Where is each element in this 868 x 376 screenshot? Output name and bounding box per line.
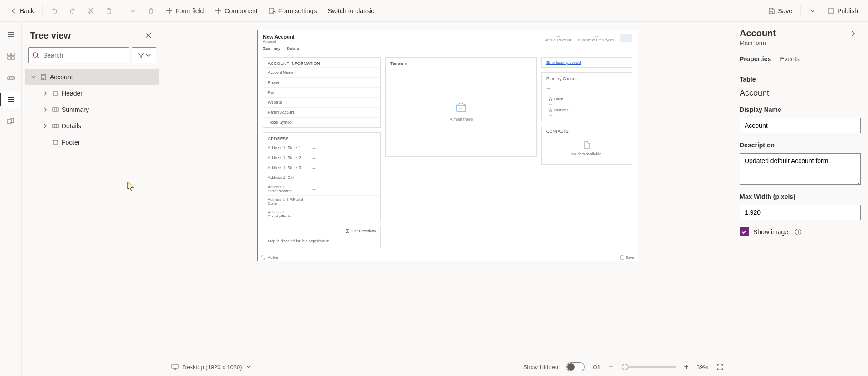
document-icon bbox=[583, 141, 590, 149]
close-tree-button[interactable] bbox=[142, 29, 155, 42]
address-card[interactable]: ADDRESS Address 1: Street 1--- Address 1… bbox=[263, 132, 381, 221]
canvas-tab-details[interactable]: Details bbox=[287, 46, 300, 53]
account-info-card[interactable]: ACCOUNT INFORMATION Account Name*--- Pho… bbox=[263, 57, 381, 128]
zoom-slider[interactable] bbox=[622, 366, 676, 368]
left-rail: Abc bbox=[0, 22, 22, 376]
more-icon[interactable]: ⋮ bbox=[624, 129, 628, 134]
tree-search[interactable] bbox=[28, 47, 129, 63]
form-canvas[interactable]: New Account Account ---Annual Revenue --… bbox=[257, 30, 638, 261]
properties-panel: Account Main form Properties Events Tabl… bbox=[732, 22, 868, 376]
field-row[interactable]: --- bbox=[542, 83, 632, 93]
contacts-nodata: No data available. bbox=[542, 135, 632, 164]
publish-label: Publish bbox=[837, 7, 858, 14]
svg-rect-25 bbox=[172, 364, 178, 368]
tree-node-summary[interactable]: Summary bbox=[25, 101, 159, 118]
zoom-in-button[interactable]: + bbox=[684, 363, 688, 371]
rail-libraries[interactable] bbox=[2, 112, 20, 130]
canvas-footer: Active Save bbox=[258, 254, 638, 261]
cut-icon bbox=[87, 7, 94, 14]
rail-components[interactable] bbox=[2, 47, 20, 65]
expand-icon[interactable] bbox=[261, 255, 265, 260]
publish-icon bbox=[827, 7, 834, 14]
field-row[interactable]: Ticker Symbol--- bbox=[263, 117, 380, 127]
rail-tree-view[interactable] bbox=[2, 91, 20, 109]
plus-icon bbox=[215, 7, 222, 14]
canvas-tab-summary[interactable]: Summary bbox=[263, 46, 281, 53]
paste-dropdown[interactable] bbox=[125, 4, 141, 18]
card-title: CONTACTS bbox=[546, 129, 569, 134]
switch-classic-button[interactable]: Switch to classic bbox=[323, 4, 379, 18]
show-image-checkbox[interactable] bbox=[740, 227, 749, 236]
error-card[interactable]: Error loading control bbox=[541, 57, 632, 68]
rail-hamburger[interactable] bbox=[2, 25, 20, 43]
rail-fields[interactable]: Abc bbox=[2, 69, 20, 87]
contacts-card[interactable]: CONTACTS ⋮ No data available. bbox=[541, 126, 632, 165]
save-button[interactable]: Save bbox=[763, 4, 797, 18]
display-name-input[interactable] bbox=[740, 118, 861, 133]
redo-button[interactable] bbox=[64, 4, 81, 18]
props-tab-properties[interactable]: Properties bbox=[740, 53, 771, 67]
section-icon bbox=[52, 139, 59, 146]
paste-button[interactable] bbox=[101, 4, 117, 18]
info-icon[interactable] bbox=[795, 228, 802, 236]
primary-contact-card[interactable]: Primary Contact --- Email --- bbox=[541, 72, 632, 121]
get-directions-link[interactable]: Get Directions bbox=[263, 226, 380, 236]
tree-node-label: Footer bbox=[62, 139, 80, 146]
zoom-out-button[interactable]: − bbox=[609, 362, 614, 372]
form-settings-icon bbox=[268, 7, 276, 14]
separator bbox=[800, 5, 801, 16]
tree-node-details[interactable]: Details bbox=[25, 118, 159, 134]
tree-node-label: Details bbox=[62, 122, 81, 130]
search-input[interactable] bbox=[43, 52, 125, 59]
collapse-props-button[interactable] bbox=[850, 28, 861, 39]
svg-rect-24 bbox=[550, 110, 552, 111]
field-row[interactable]: Parent Account--- bbox=[263, 107, 380, 117]
plus-icon bbox=[166, 7, 173, 14]
field-row[interactable]: Address 1: Street 1--- bbox=[263, 143, 380, 153]
chevron-right-icon bbox=[42, 123, 49, 129]
tree-node-label: Summary bbox=[62, 106, 89, 113]
tree-node-footer[interactable]: Footer bbox=[25, 134, 159, 150]
props-tab-events[interactable]: Events bbox=[780, 53, 800, 67]
field-row[interactable]: Fax--- bbox=[263, 87, 380, 97]
canvas-save[interactable]: Save bbox=[620, 255, 634, 260]
add-component-button[interactable]: Component bbox=[210, 4, 262, 18]
cut-button[interactable] bbox=[83, 4, 99, 18]
save-dropdown[interactable] bbox=[805, 4, 821, 18]
form-settings-button[interactable]: Form settings bbox=[264, 4, 322, 18]
contact-email-row[interactable]: Email bbox=[549, 97, 625, 101]
save-icon bbox=[620, 255, 624, 260]
field-row[interactable]: Address 1: ZIP/Postal Code--- bbox=[263, 195, 380, 208]
back-button[interactable]: Back bbox=[5, 4, 39, 18]
filter-button[interactable] bbox=[132, 47, 156, 63]
publish-button[interactable]: Publish bbox=[823, 4, 863, 18]
max-width-input[interactable] bbox=[740, 205, 861, 220]
field-row[interactable]: Address 1: City--- bbox=[263, 173, 380, 183]
map-card[interactable]: Get Directions Map is disabled for this … bbox=[263, 226, 381, 248]
delete-button[interactable] bbox=[143, 4, 159, 18]
canvas-area: New Account Account ---Annual Revenue --… bbox=[163, 22, 732, 376]
tree-node-header[interactable]: Header bbox=[25, 85, 159, 101]
undo-button[interactable] bbox=[46, 4, 63, 18]
field-row[interactable]: Address 1: Street 3--- bbox=[263, 163, 380, 173]
props-subtitle: Main form bbox=[740, 39, 776, 46]
fit-to-screen-button[interactable] bbox=[717, 363, 724, 371]
header-metric: ---Number of Employees bbox=[578, 34, 614, 42]
error-loading-link[interactable]: Error loading control bbox=[542, 58, 632, 67]
add-form-field-button[interactable]: Form field bbox=[161, 4, 208, 18]
device-selector[interactable]: Desktop (1920 x 1080) bbox=[171, 363, 251, 371]
field-row[interactable]: Address 1: Street 2--- bbox=[263, 153, 380, 163]
card-title: Primary Contact bbox=[542, 73, 632, 83]
display-name-label: Display Name bbox=[740, 106, 861, 113]
description-input[interactable] bbox=[740, 153, 861, 185]
tree-node-account[interactable]: Account bbox=[25, 69, 159, 85]
field-row[interactable]: Address 1: State/Province--- bbox=[263, 183, 380, 195]
field-row[interactable]: Phone--- bbox=[263, 77, 380, 87]
field-row[interactable]: Website--- bbox=[263, 97, 380, 107]
contact-business-row[interactable]: Business bbox=[549, 108, 625, 112]
timeline-card[interactable]: Timeline Almost there bbox=[385, 57, 537, 157]
chevron-down-icon bbox=[30, 74, 37, 80]
show-hidden-toggle[interactable] bbox=[566, 362, 585, 371]
field-row[interactable]: Address 1: Country/Region--- bbox=[263, 208, 380, 221]
field-row[interactable]: Account Name*--- bbox=[263, 67, 380, 77]
